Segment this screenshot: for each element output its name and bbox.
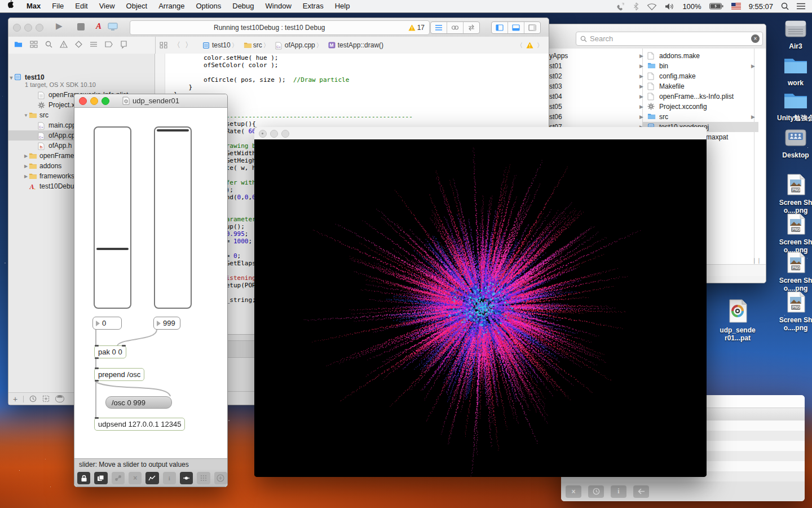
zoom-button[interactable]: [281, 130, 289, 138]
destination-mac-icon[interactable]: [108, 23, 118, 31]
jump-bar-crumb[interactable]: src: [253, 41, 262, 49]
issue-navigator-icon[interactable]: [60, 40, 68, 50]
udpsend-object[interactable]: udpsend 127.0.0.1 12345: [94, 418, 185, 431]
browser-row-addons-make[interactable]: addons.make: [643, 51, 758, 61]
browser-row-st01[interactable]: st01▶: [544, 61, 648, 71]
run-button[interactable]: ▶: [56, 21, 63, 31]
search-navigator-icon[interactable]: [45, 40, 52, 50]
prepend-object[interactable]: prepend /osc: [94, 368, 144, 381]
wifi-icon[interactable]: [647, 3, 657, 10]
disclosure-icon[interactable]: ▼: [23, 113, 29, 118]
zoom-button[interactable]: [102, 97, 109, 105]
apple-menu[interactable]: [0, 0, 21, 12]
notification-center-icon[interactable]: [797, 3, 805, 10]
connections-icon[interactable]: [180, 472, 193, 484]
menu-clock[interactable]: 9:55:07: [749, 2, 773, 11]
browser-row-st02[interactable]: st02▶: [544, 71, 648, 81]
menu-item-window[interactable]: Window: [260, 0, 297, 12]
disclosure-icon[interactable]: ▶: [23, 164, 29, 169]
max-patcher-window[interactable]: udp_sender01 0 999 pak 0: [74, 94, 228, 487]
close-box-icon[interactable]: ×: [129, 472, 142, 484]
browser-row-st06[interactable]: st06▶: [544, 112, 648, 122]
browser-row-yapps[interactable]: yApps▶: [544, 51, 648, 61]
debug-area-toggle-button[interactable]: [508, 22, 524, 33]
number-box-right[interactable]: 999: [153, 317, 180, 330]
minimize-button[interactable]: [90, 97, 98, 105]
browser-row-st03[interactable]: st03▶: [544, 81, 648, 91]
close-icon[interactable]: ×: [566, 485, 581, 498]
recent-filter-icon[interactable]: [29, 395, 37, 402]
hue-slider[interactable]: [94, 126, 131, 309]
app-menu[interactable]: Max: [21, 0, 46, 12]
standard-editor-button[interactable]: [431, 22, 447, 33]
lock-icon[interactable]: [77, 472, 90, 484]
browser-row-src[interactable]: src▶: [643, 112, 758, 122]
navigator-item-project[interactable]: ▼ test10 1 target, OS X SDK 10.10: [8, 73, 155, 88]
disclosure-icon[interactable]: ▶: [23, 154, 29, 159]
presentation-icon[interactable]: [94, 472, 107, 484]
phone-icon[interactable]: [616, 2, 625, 11]
project-navigator-icon[interactable]: [14, 40, 23, 50]
assistant-editor-button[interactable]: [447, 22, 464, 33]
desktop-icon-drive[interactable]: Air3: [777, 19, 812, 50]
scm-filter-icon[interactable]: [42, 395, 50, 402]
desktop-icon-network[interactable]: Desktop: [777, 128, 812, 159]
browser-row-st05[interactable]: st05▶: [544, 102, 648, 112]
disclosure-icon[interactable]: ▶: [23, 174, 29, 179]
osc-message-box[interactable]: /osc 0 999: [105, 396, 172, 409]
us-flag-icon[interactable]: [731, 3, 741, 10]
navigator-toggle-button[interactable]: [492, 22, 508, 33]
search-input[interactable]: Search ×: [576, 32, 763, 46]
minimize-button[interactable]: [270, 130, 278, 138]
view-buttons[interactable]: [491, 21, 541, 34]
browser-row-makefile[interactable]: Makefile: [643, 81, 758, 91]
patching-icon[interactable]: [112, 472, 125, 484]
browser-row-st04[interactable]: st04▶: [544, 91, 648, 102]
desktop-icon-maxdoc[interactable]: udp_sender01...pat: [719, 299, 756, 342]
jump-bar-crumb[interactable]: test10: [212, 41, 231, 49]
debug-navigator-icon[interactable]: [90, 40, 98, 50]
editor-mode-buttons[interactable]: [430, 21, 480, 34]
size-slider[interactable]: [154, 126, 192, 309]
menu-item-extras[interactable]: Extras: [297, 0, 329, 12]
warning-badge[interactable]: 17: [408, 24, 425, 32]
jump-bar-crumb[interactable]: testApp::draw(): [338, 41, 383, 49]
slider-handle[interactable]: [157, 129, 189, 132]
issue-navigation[interactable]: 〈 〉: [515, 37, 544, 54]
browser-row-openframe-ks-info-plist[interactable]: openFrame...ks-Info.plist: [643, 91, 758, 102]
add-button[interactable]: +: [13, 395, 17, 404]
breakpoint-navigator-icon[interactable]: [105, 40, 113, 50]
utilities-toggle-button[interactable]: [524, 22, 540, 33]
volume-icon[interactable]: [665, 3, 674, 10]
close-button[interactable]: [13, 24, 21, 32]
battery-icon[interactable]: [709, 3, 723, 10]
back-button[interactable]: 〈: [173, 40, 180, 50]
desktop-icon-png[interactable]: PNGScreen Sho....png: [777, 252, 812, 292]
browser-row-bin[interactable]: bin▶: [643, 61, 758, 71]
filter-icon[interactable]: [55, 395, 64, 402]
clock-icon[interactable]: [588, 485, 604, 498]
info-icon[interactable]: i: [163, 472, 176, 484]
symbol-navigator-icon[interactable]: [30, 40, 38, 50]
menu-item-help[interactable]: Help: [329, 0, 356, 12]
menu-item-options[interactable]: Options: [190, 0, 227, 12]
related-items-icon[interactable]: [160, 42, 167, 49]
browser-row-project-xcconfig[interactable]: Project.xcconfig: [643, 102, 758, 112]
forward-button[interactable]: 〉: [185, 40, 192, 50]
add-icon[interactable]: [214, 472, 227, 484]
stop-button[interactable]: [77, 23, 85, 30]
browser-row-maxpat-partial[interactable]: maxpat: [706, 132, 754, 142]
column-resize-handle[interactable]: ❘❘: [752, 257, 761, 264]
menu-item-edit[interactable]: Edit: [69, 0, 93, 12]
menu-item-arrange[interactable]: Arrange: [153, 0, 190, 12]
zoom-button[interactable]: [36, 24, 43, 32]
spotlight-icon[interactable]: [781, 2, 789, 10]
close-button[interactable]: [79, 97, 87, 105]
report-navigator-icon[interactable]: [120, 40, 127, 50]
mixer-icon[interactable]: [145, 472, 158, 484]
desktop-icon-png[interactable]: PNGScreen Sho....png: [777, 213, 812, 254]
close-button[interactable]: [259, 130, 267, 138]
slider-handle[interactable]: [96, 248, 129, 250]
menu-item-debug[interactable]: Debug: [227, 0, 259, 12]
info-icon[interactable]: i: [611, 485, 626, 498]
